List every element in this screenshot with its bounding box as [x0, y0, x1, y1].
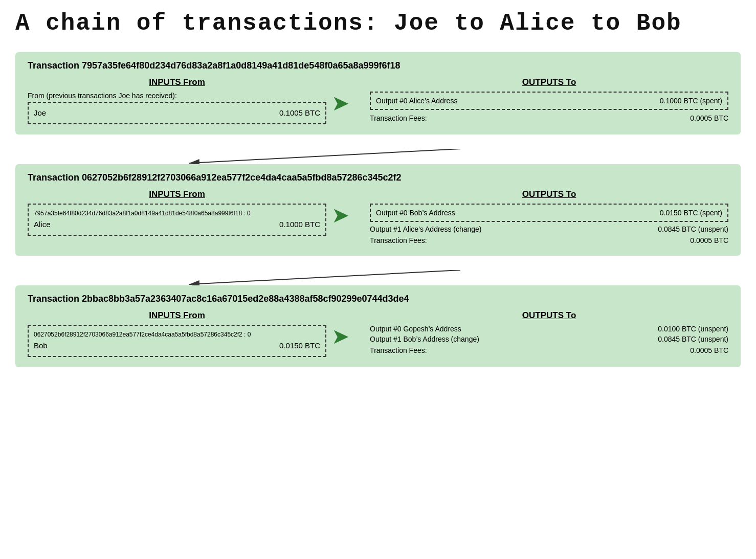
fee-row-1: Transaction Fees:0.0005 BTC	[370, 235, 728, 245]
inputs-label-0: INPUTS From	[28, 77, 326, 87]
inputs-ref-1: 7957a35fe64f80d234d76d83a2a8f1a0d8149a41…	[34, 209, 320, 218]
inputs-label-2: INPUTS From	[28, 310, 326, 321]
outputs-section-1: OUTPUTS ToOutput #0 Bob’s Address0.0150 …	[354, 189, 728, 245]
outputs-section-0: OUTPUTS ToOutput #0 Alice’s Address0.100…	[354, 77, 728, 123]
inputs-person-0: Joe	[34, 107, 46, 119]
output-value-1-1: 0.0845 BTC (unspent)	[658, 225, 728, 233]
output-label-1-0: Output #0 Bob’s Address	[376, 209, 455, 217]
arrow-1: ➤	[326, 189, 354, 226]
outputs-label-1: OUTPUTS To	[370, 189, 728, 199]
inputs-section-2: INPUTS From0627052b6f28912f2703066a912ea…	[28, 310, 326, 357]
output-label-1-1: Output #1 Alice’s Address (change)	[370, 225, 481, 233]
output-dashed-1-0: Output #0 Bob’s Address0.0150 BTC (spent…	[370, 204, 728, 222]
green-arrow-icon-0: ➤	[331, 93, 349, 114]
arrow-0: ➤	[326, 77, 354, 114]
output-value-1-0: 0.0150 BTC (spent)	[660, 209, 722, 217]
output-value-0-0: 0.1000 BTC (spent)	[660, 97, 722, 105]
inputs-amount-2: 0.0150 BTC	[279, 340, 320, 352]
green-arrow-icon-1: ➤	[331, 205, 349, 226]
output-label-2-1: Output #1 Bob’s Address (change)	[370, 335, 479, 343]
inputs-dashed-1: 7957a35fe64f80d234d76d83a2a8f1a0d8149a41…	[28, 204, 326, 236]
tx-id-2: Transaction 2bbac8bb3a57a2363407ac8c16a6…	[28, 294, 728, 304]
output-label-2-0: Output #0 Gopesh’s Address	[370, 325, 461, 333]
output-row-0-0: Output #0 Alice’s Address0.1000 BTC (spe…	[376, 97, 722, 105]
fee-row-2: Transaction Fees:0.0005 BTC	[370, 345, 728, 355]
transaction-box-1: Transaction 0627052b6f28912f2703066a912e…	[15, 164, 741, 256]
inputs-person-amount-0: Joe0.1005 BTC	[34, 107, 320, 119]
output-row-1-0: Output #0 Bob’s Address0.0150 BTC (spent…	[376, 209, 722, 217]
arrow-2: ➤	[326, 310, 354, 347]
inputs-ref-2: 0627052b6f28912f2703066a912ea577f2ce4da4…	[34, 330, 320, 340]
output-row-1-1: Output #1 Alice’s Address (change)0.0845…	[370, 225, 728, 233]
inputs-person-amount-2: Bob0.0150 BTC	[34, 340, 320, 352]
fee-label-0: Transaction Fees:	[370, 114, 427, 122]
output-label-0-0: Output #0 Alice’s Address	[376, 97, 457, 105]
outputs-label-0: OUTPUTS To	[370, 77, 728, 87]
inputs-section-1: INPUTS From7957a35fe64f80d234d76d83a2a8f…	[28, 189, 326, 236]
connector-1	[15, 270, 741, 285]
outputs-label-2: OUTPUTS To	[370, 310, 728, 321]
output-value-2-0: 0.0100 BTC (unspent)	[658, 325, 728, 333]
fee-label-2: Transaction Fees:	[370, 346, 427, 354]
connector-0	[15, 149, 741, 164]
inputs-desc-0: From (previous transactions Joe has rece…	[28, 92, 326, 100]
transaction-box-0: Transaction 7957a35fe64f80d234d76d83a2a8…	[15, 52, 741, 135]
transaction-box-2: Transaction 2bbac8bb3a57a2363407ac8c16a6…	[15, 285, 741, 367]
inputs-amount-1: 0.1000 BTC	[279, 218, 320, 231]
inputs-person-amount-1: Alice0.1000 BTC	[34, 218, 320, 231]
inputs-section-0: INPUTS FromFrom (previous transactions J…	[28, 77, 326, 124]
inputs-person-1: Alice	[34, 218, 51, 231]
output-row-2-1: Output #1 Bob’s Address (change)0.0845 B…	[370, 335, 728, 343]
outputs-section-2: OUTPUTS ToOutput #0 Gopesh’s Address0.01…	[354, 310, 728, 355]
tx-id-0: Transaction 7957a35fe64f80d234d76d83a2a8…	[28, 60, 728, 71]
output-value-2-1: 0.0845 BTC (unspent)	[658, 335, 728, 343]
svg-line-1	[189, 149, 460, 163]
page-title: A chain of transactions: Joe to Alice to…	[15, 10, 741, 37]
inputs-label-1: INPUTS From	[28, 189, 326, 199]
output-row-2-0: Output #0 Gopesh’s Address0.0100 BTC (un…	[370, 325, 728, 333]
inputs-dashed-0: Joe0.1005 BTC	[28, 102, 326, 124]
green-arrow-icon-2: ➤	[331, 326, 349, 347]
svg-line-3	[189, 270, 460, 284]
output-dashed-0-0: Output #0 Alice’s Address0.1000 BTC (spe…	[370, 92, 728, 110]
inputs-person-2: Bob	[34, 340, 48, 352]
fee-value-2: 0.0005 BTC	[690, 346, 728, 354]
inputs-amount-0: 0.1005 BTC	[279, 107, 320, 119]
fee-row-0: Transaction Fees:0.0005 BTC	[370, 113, 728, 123]
inputs-dashed-2: 0627052b6f28912f2703066a912ea577f2ce4da4…	[28, 325, 326, 357]
fee-value-1: 0.0005 BTC	[690, 236, 728, 244]
tx-id-1: Transaction 0627052b6f28912f2703066a912e…	[28, 172, 728, 183]
fee-label-1: Transaction Fees:	[370, 236, 427, 244]
fee-value-0: 0.0005 BTC	[690, 114, 728, 122]
